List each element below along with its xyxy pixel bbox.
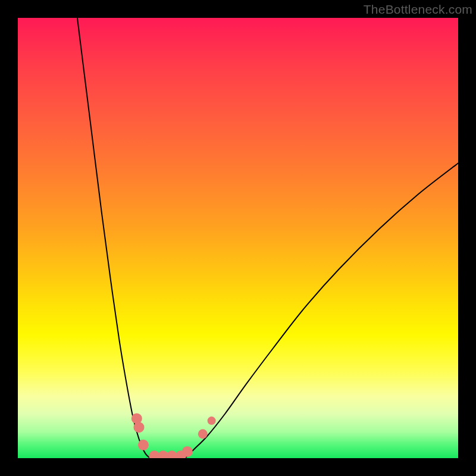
series-right-branch bbox=[185, 163, 458, 458]
dot-left-3 bbox=[138, 440, 149, 450]
dot-right-1 bbox=[182, 446, 193, 457]
dot-left-2 bbox=[134, 422, 145, 433]
watermark-text: TheBottleneck.com bbox=[364, 2, 472, 17]
dot-right-2 bbox=[198, 429, 208, 439]
dot-right-3 bbox=[208, 416, 216, 425]
series-left-branch bbox=[77, 18, 150, 458]
plot-area bbox=[18, 18, 458, 458]
series-group bbox=[77, 18, 458, 458]
chart-frame: TheBottleneck.com bbox=[0, 0, 476, 476]
chart-svg bbox=[18, 18, 458, 458]
